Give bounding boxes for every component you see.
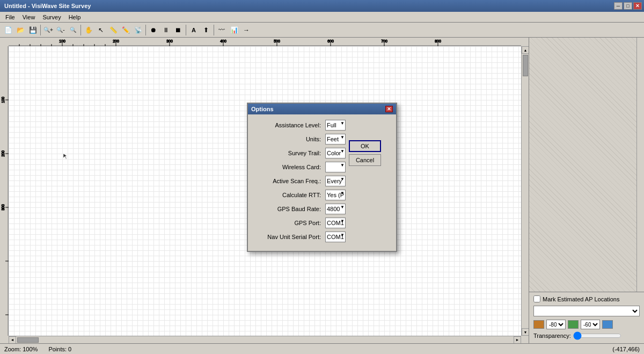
label-nav-port: Nav Unit Serial Port: <box>255 234 325 240</box>
modal-overlay: Options ✕ Assistance Level: FullPartialN… <box>0 0 644 354</box>
dialog-close-button[interactable]: ✕ <box>385 106 393 112</box>
dialog-content-wrapper: Assistance Level: FullPartialNone Units: <box>255 120 389 242</box>
field-row-7: GPS Port: COM1COM2COM3COM4 <box>255 218 346 228</box>
field-row-3: Wireless Card: <box>255 162 346 172</box>
select-wrapper-0: FullPartialNone <box>325 120 346 131</box>
label-survey-trail: Survey Trail: <box>255 150 325 156</box>
dialog-body: Assistance Level: FullPartialNone Units: <box>248 114 396 251</box>
label-gps-port: GPS Port: <box>255 220 325 226</box>
select-nav-port[interactable]: COM1COM2COM3COM4 <box>325 232 346 242</box>
field-row-8: Nav Unit Serial Port: COM1COM2COM3COM4 <box>255 232 346 242</box>
select-wrapper-5: Yes (Ping)No <box>325 190 346 200</box>
field-row-1: Units: FeetMeters <box>255 134 346 145</box>
field-row-5: Calculate RTT: Yes (Ping)No <box>255 190 346 200</box>
select-gps-baud[interactable]: 480096001920038400 <box>325 204 346 214</box>
dialog-title-text: Options <box>251 106 274 112</box>
dialog-title-bar: Options ✕ <box>248 104 396 114</box>
select-wrapper-7: COM1COM2COM3COM4 <box>325 218 346 228</box>
select-survey-trail[interactable]: ColorMonochromeNone <box>325 148 346 158</box>
label-wireless-card: Wireless Card: <box>255 164 325 170</box>
dialog-buttons: OK Cancel <box>349 140 381 166</box>
label-scan-freq: Active Scan Freq.: <box>255 178 325 184</box>
label-units: Units: <box>255 136 325 142</box>
field-row-2: Survey Trail: ColorMonochromeNone <box>255 148 346 158</box>
select-assistance[interactable]: FullPartialNone <box>325 120 346 131</box>
label-gps-baud: GPS Baud Rate: <box>255 206 325 212</box>
select-rtt[interactable]: Yes (Ping)No <box>325 190 346 200</box>
options-dialog: Options ✕ Assistance Level: FullPartialN… <box>247 103 397 252</box>
select-scan-freq[interactable]: Every 1 second Every 3 seconds (I Every … <box>325 176 346 186</box>
select-wrapper-2: ColorMonochromeNone <box>325 148 346 158</box>
field-row-4: Active Scan Freq.: Every 1 second Every … <box>255 176 346 186</box>
label-assistance: Assistance Level: <box>255 122 325 128</box>
select-wrapper-1: FeetMeters <box>325 134 346 145</box>
select-wrapper-3 <box>325 162 346 172</box>
select-wrapper-6: 480096001920038400 <box>325 204 346 214</box>
select-wrapper-4: Every 1 second Every 3 seconds (I Every … <box>325 176 346 186</box>
field-row-0: Assistance Level: FullPartialNone <box>255 120 346 131</box>
dialog-form-rows: Assistance Level: FullPartialNone Units: <box>255 120 389 242</box>
cancel-button[interactable]: Cancel <box>349 154 381 166</box>
select-gps-port[interactable]: COM1COM2COM3COM4 <box>325 218 346 228</box>
select-units[interactable]: FeetMeters <box>325 134 346 145</box>
select-wireless-card[interactable] <box>325 162 346 172</box>
field-row-6: GPS Baud Rate: 480096001920038400 <box>255 204 346 214</box>
ok-button[interactable]: OK <box>349 140 381 152</box>
select-wrapper-8: COM1COM2COM3COM4 <box>325 232 346 242</box>
label-rtt: Calculate RTT: <box>255 192 325 198</box>
